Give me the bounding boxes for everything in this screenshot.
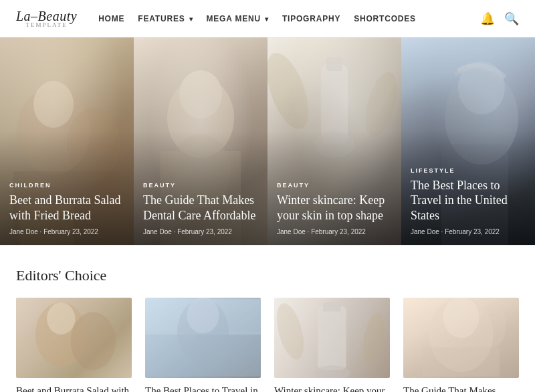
chevron-down-icon: ▾ bbox=[265, 15, 269, 23]
svg-point-19 bbox=[47, 302, 75, 334]
hero-grid: CHILDREN Beet and Burrata Salad with Fri… bbox=[0, 37, 535, 245]
hero-card-1-content: BEAUTY The Guide That Makes Dental Care … bbox=[134, 171, 268, 245]
hero-card-0[interactable]: CHILDREN Beet and Burrata Salad with Fri… bbox=[0, 37, 134, 245]
hero-card-1[interactable]: BEAUTY The Guide That Makes Dental Care … bbox=[134, 37, 268, 245]
editor-card-1-title: The Best Places to Travel in the United … bbox=[145, 385, 261, 392]
svg-rect-24 bbox=[318, 306, 346, 370]
hero-card-2-title: Winter skincare: Keep your skin in top s… bbox=[277, 193, 392, 223]
editor-card-0-image bbox=[16, 298, 132, 378]
hero-card-1-title: The Guide That Makes Dental Care Afforda… bbox=[143, 193, 258, 223]
nav-home[interactable]: HOME bbox=[98, 14, 124, 23]
hero-card-0-title: Beet and Burrata Salad with Fried Bread bbox=[9, 193, 124, 223]
editor-card-3[interactable]: The Guide That Makes Dental Care Afforda… bbox=[403, 298, 519, 392]
hero-card-2[interactable]: BEAUTY Winter skincare: Keep your skin i… bbox=[268, 37, 401, 245]
chevron-down-icon: ▾ bbox=[189, 15, 193, 23]
editors-grid: Beet and Burrata Salad with Fried Bread … bbox=[16, 298, 519, 392]
svg-rect-25 bbox=[323, 302, 341, 311]
nav-icons: 🔔 🔍 bbox=[480, 11, 519, 26]
svg-point-30 bbox=[443, 298, 479, 338]
hero-card-3-title: The Best Places to Travel in the United … bbox=[411, 178, 526, 223]
hero-card-2-meta: Jane Doe · February 23, 2022 bbox=[277, 228, 392, 235]
hero-card-3-content: LIFESTYLE The Best Places to Travel in t… bbox=[401, 157, 535, 246]
editor-card-3-title: The Guide That Makes Dental Care Afforda… bbox=[403, 385, 519, 392]
nav-features[interactable]: FEATURES ▾ bbox=[138, 14, 193, 23]
user-icon[interactable]: 🔔 bbox=[480, 11, 495, 26]
editor-card-2-title: Winter skincare: Keep your skin in top s… bbox=[274, 385, 390, 392]
svg-rect-31 bbox=[423, 347, 500, 376]
svg-point-27 bbox=[274, 300, 309, 363]
editor-card-2-image bbox=[274, 298, 390, 378]
hero-card-1-meta: Jane Doe · February 23, 2022 bbox=[143, 228, 258, 235]
nav-megamenu[interactable]: MEGA MENU ▾ bbox=[207, 14, 269, 23]
site-logo[interactable]: La–Beauty TEMPLATE bbox=[16, 9, 77, 28]
hero-card-1-category: BEAUTY bbox=[143, 182, 258, 189]
editor-card-0-title: Beet and Burrata Salad with Fried Bread bbox=[16, 385, 132, 392]
editor-card-3-image bbox=[403, 298, 519, 378]
hero-card-2-content: BEAUTY Winter skincare: Keep your skin i… bbox=[268, 171, 401, 245]
svg-point-28 bbox=[360, 311, 388, 365]
hero-card-2-category: BEAUTY bbox=[277, 182, 392, 189]
hero-card-3[interactable]: LIFESTYLE The Best Places to Travel in t… bbox=[401, 37, 535, 245]
hero-card-0-meta: Jane Doe · February 23, 2022 bbox=[9, 228, 124, 235]
hero-card-0-category: CHILDREN bbox=[9, 182, 124, 189]
nav-typography[interactable]: TIPOGRAPHY bbox=[282, 14, 340, 23]
editors-choice-title: Editors' Choice bbox=[16, 267, 519, 284]
svg-point-18 bbox=[71, 312, 116, 371]
nav-links: HOME FEATURES ▾ MEGA MENU ▾ TIPOGRAPHY S… bbox=[98, 14, 480, 23]
hero-card-0-content: CHILDREN Beet and Burrata Salad with Fri… bbox=[0, 171, 134, 245]
editor-card-0[interactable]: Beet and Burrata Salad with Fried Bread … bbox=[16, 298, 132, 392]
nav-shortcodes[interactable]: SHORTCODES bbox=[354, 14, 416, 23]
editor-card-1[interactable]: The Best Places to Travel in the United … bbox=[145, 298, 261, 392]
navbar: La–Beauty TEMPLATE HOME FEATURES ▾ MEGA … bbox=[0, 0, 535, 37]
hero-card-3-category: LIFESTYLE bbox=[411, 167, 526, 174]
editor-card-2[interactable]: Winter skincare: Keep your skin in top s… bbox=[274, 298, 390, 392]
editors-section: Editors' Choice Beet and Burrata Salad w… bbox=[0, 246, 535, 392]
svg-point-23 bbox=[187, 298, 219, 333]
search-icon[interactable]: 🔍 bbox=[504, 11, 519, 26]
hero-card-3-meta: Jane Doe · February 23, 2022 bbox=[411, 228, 526, 235]
svg-point-32 bbox=[480, 302, 506, 347]
editor-card-1-image bbox=[145, 298, 261, 378]
